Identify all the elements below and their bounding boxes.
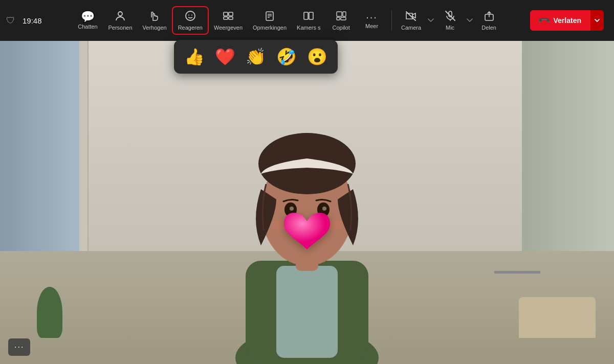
camera-button[interactable]: Camera	[396, 7, 427, 34]
clap-reaction[interactable]: 👏	[244, 45, 268, 69]
svg-point-0	[118, 12, 122, 16]
opmerkingen-button[interactable]: Opmerkingen	[248, 7, 292, 34]
kamers-label: Kamers s	[297, 25, 320, 31]
mic-off-icon	[445, 10, 456, 24]
verhogen-button[interactable]: Verhogen	[138, 7, 172, 34]
svg-rect-15	[343, 12, 346, 16]
svg-rect-17	[341, 17, 346, 20]
meer-label: Meer	[365, 23, 378, 29]
weergeven-button[interactable]: Weergeven	[209, 7, 248, 34]
camera-off-icon	[405, 10, 418, 24]
opmerkingen-label: Opmerkingen	[253, 25, 287, 31]
svg-rect-14	[337, 12, 342, 16]
raise-hand-icon	[149, 10, 160, 24]
svg-rect-25	[276, 266, 338, 358]
react-icon	[185, 10, 196, 24]
share-icon	[484, 10, 495, 24]
laugh-reaction[interactable]: 🤣	[274, 45, 299, 69]
svg-point-1	[186, 11, 195, 20]
delen-label: Delen	[481, 25, 496, 31]
svg-rect-16	[337, 17, 340, 20]
mic-button[interactable]: Mic	[435, 7, 466, 34]
copilot-label: Copilot	[332, 25, 349, 31]
chatten-label: Chatten	[78, 24, 98, 30]
avatar-svg	[0, 41, 614, 364]
wow-reaction[interactable]: 😮	[305, 45, 330, 69]
heart-reaction-btn[interactable]: ❤️	[213, 45, 237, 69]
end-call-button[interactable]: 📞 Verlaten	[530, 10, 590, 31]
view-icon	[223, 10, 234, 24]
rooms-icon	[303, 10, 314, 24]
toolbar-items: 💬 Chatten Personen Verhogen	[47, 6, 530, 35]
reageren-label: Reageren	[178, 25, 203, 31]
verhogen-label: Verhogen	[143, 25, 167, 31]
camera-group: Camera	[396, 7, 435, 34]
personen-label: Personen	[108, 25, 132, 31]
toolbar-divider	[391, 10, 392, 31]
end-call-label: Verlaten	[554, 16, 581, 25]
camera-chevron-button[interactable]	[427, 15, 435, 26]
reageren-button[interactable]: Reageren	[172, 6, 209, 35]
three-dots-label: ···	[14, 343, 24, 351]
shield-icon: 🛡	[4, 15, 17, 26]
chatten-button[interactable]: 💬 Chatten	[72, 8, 103, 33]
mic-label: Mic	[446, 25, 454, 31]
toolbar: 🛡 19:48 💬 Chatten Personen	[0, 0, 614, 41]
meer-button[interactable]: ··· Meer	[357, 9, 387, 32]
svg-point-2	[188, 15, 189, 16]
delen-button[interactable]: Delen	[474, 7, 505, 34]
svg-rect-13	[309, 12, 313, 19]
video-area: ···	[0, 41, 614, 364]
copilot-icon	[336, 10, 347, 24]
time-display: 19:48	[17, 16, 47, 25]
svg-rect-4	[224, 12, 228, 16]
notes-icon	[264, 10, 275, 24]
phone-icon: 📞	[537, 13, 552, 28]
kamers-button[interactable]: Kamers s	[292, 7, 325, 34]
more-icon: ···	[366, 12, 378, 22]
svg-rect-6	[224, 17, 228, 19]
personen-button[interactable]: Personen	[103, 7, 137, 34]
three-dots-button[interactable]: ···	[8, 338, 30, 356]
mic-chevron-button[interactable]	[466, 15, 474, 26]
reaction-popup: 👍 ❤️ 👏 🤣 😮	[174, 40, 338, 74]
people-icon	[115, 10, 126, 24]
thumbsup-reaction[interactable]: 👍	[182, 45, 207, 69]
svg-rect-5	[229, 12, 233, 16]
end-call-area: 📞 Verlaten	[530, 10, 610, 31]
end-call-chevron-button[interactable]	[590, 10, 604, 31]
heart-reaction-overlay	[281, 206, 333, 267]
svg-rect-7	[229, 17, 233, 19]
camera-label: Camera	[401, 25, 421, 31]
svg-rect-12	[304, 12, 308, 19]
chat-icon: 💬	[81, 11, 95, 22]
svg-point-3	[191, 15, 192, 16]
copilot-button[interactable]: Copilot	[326, 7, 357, 34]
mic-group: Mic	[435, 7, 474, 34]
weergeven-label: Weergeven	[214, 25, 243, 31]
